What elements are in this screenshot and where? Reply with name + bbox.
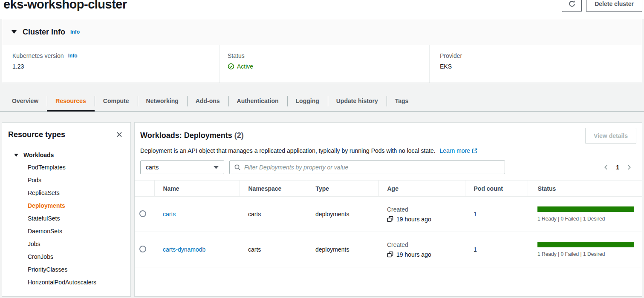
kubernetes-version-info-link[interactable]: Info [68,53,78,59]
deployments-header: Workloads: Deployments (2) View details [140,128,636,144]
provider-field: Provider EKS [430,45,642,83]
tab-compute[interactable]: Compute [95,92,138,111]
external-link-icon [472,148,478,155]
select-column-header [135,181,154,197]
sidebar-item-priorityclasses[interactable]: PriorityClasses [8,263,124,276]
sidebar-item-deployments[interactable]: Deployments [8,199,124,212]
age-value: 19 hours ago [396,251,431,258]
deployment-age: Created 19 hours ago [378,232,465,267]
sidebar-item-podtemplates[interactable]: PodTemplates [8,161,124,174]
resource-tree-items: PodTemplates Pods ReplicaSets Deployment… [8,161,124,289]
tab-tags[interactable]: Tags [387,92,417,111]
header-actions: Delete cluster [562,0,642,12]
close-panel-button[interactable] [114,129,124,140]
cluster-tabs: Overview Resources Compute Networking Ad… [0,92,644,112]
tab-overview[interactable]: Overview [3,92,47,111]
column-header-pod-count[interactable]: Pod count [465,181,528,197]
tab-resources[interactable]: Resources [47,92,95,111]
filter-type-dropdown[interactable]: carts [140,160,224,174]
resource-types-panel: Resource types Workloads PodTemplates Po… [2,122,131,297]
check-circle-icon [228,63,234,70]
column-header-age[interactable]: Age [378,181,465,197]
page-title: eks-workshop-cluster [3,0,127,11]
tab-authentication[interactable]: Authentication [228,92,287,111]
pagination: 1 [602,163,636,171]
cluster-info-body: Kubernetes version Info 1.23 Status Acti… [2,45,642,83]
kubernetes-version-value: 1.23 [12,63,219,70]
next-page-button[interactable] [625,163,633,171]
tab-update-history[interactable]: Update history [328,92,387,111]
column-header-status[interactable]: Status [528,181,642,197]
deployment-namespace: carts [240,232,307,267]
deployment-status: 1 Ready | 0 Failed | 1 Desired [528,197,642,232]
provider-label: Provider [440,52,642,59]
deployments-table: Name Namespace Type Age Pod count Status… [135,180,642,267]
kubernetes-version-label: Kubernetes version Info [12,52,219,59]
deployment-type: deployments [307,232,378,267]
cluster-info-info-link[interactable]: Info [70,29,80,35]
filter-searchbox [229,160,505,174]
status-progress-bar [537,206,634,212]
deployments-title: Workloads: Deployments (2) [140,128,244,140]
delete-cluster-button[interactable]: Delete cluster [586,0,642,12]
cluster-info-header[interactable]: Cluster info Info [2,19,642,45]
status-text: 1 Ready | 0 Failed | 1 Desired [537,251,634,257]
search-icon [234,164,241,171]
sidebar-item-horizontalpodautoscalers[interactable]: HorizontalPodAutoscalers [8,276,124,289]
resource-types-title: Resource types [8,130,65,139]
table-row: carts-dynamodb carts deployments Created… [135,232,642,267]
sidebar-item-jobs[interactable]: Jobs [8,238,124,250]
column-header-name[interactable]: Name [154,181,240,197]
filter-search-input[interactable] [244,164,500,171]
age-created-label: Created [387,241,465,248]
page-header: eks-workshop-cluster Delete cluster [0,0,644,19]
column-header-type[interactable]: Type [307,181,378,197]
current-page-number[interactable]: 1 [616,164,619,171]
age-created-label: Created [387,206,465,213]
age-value: 19 hours ago [396,216,431,223]
collapse-triangle-icon[interactable] [12,30,17,34]
row-select-radio[interactable] [139,246,146,252]
deployment-name-link[interactable]: carts [163,211,176,218]
learn-more-link[interactable]: Learn more [440,147,478,154]
filter-type-dropdown-value: carts [146,164,159,171]
table-row: carts carts deployments Created 19 hours… [135,197,642,232]
close-icon [116,131,123,138]
kubernetes-version-field: Kubernetes version Info 1.23 [2,45,220,83]
deployment-status: 1 Ready | 0 Failed | 1 Desired [528,232,642,267]
status-progress-bar [537,242,634,247]
deployment-age: Created 19 hours ago [378,197,465,232]
deployment-name-link[interactable]: carts-dynamodb [163,246,205,253]
chevron-right-icon [626,164,632,170]
view-details-button[interactable]: View details [585,128,636,144]
chevron-left-icon [603,164,609,170]
sidebar-item-pods[interactable]: Pods [8,174,124,186]
previous-page-button[interactable] [602,163,610,171]
workloads-collapse-icon[interactable] [14,154,18,157]
deployment-pod-count: 1 [465,232,528,267]
eks-cluster-page: eks-workshop-cluster Delete cluster Clus… [0,0,644,298]
deployment-type: deployments [307,197,378,232]
table-header-row: Name Namespace Type Age Pod count Status [135,181,642,197]
resource-tree: Workloads PodTemplates Pods ReplicaSets … [8,152,124,289]
sidebar-item-statefulsets[interactable]: StatefulSets [8,212,124,225]
deployment-namespace: carts [240,197,307,232]
row-select-radio[interactable] [139,210,146,217]
sidebar-item-daemonsets[interactable]: DaemonSets [8,225,124,238]
tab-logging[interactable]: Logging [287,92,328,111]
filter-row: carts 1 [140,160,636,174]
refresh-button[interactable] [562,0,582,12]
deployments-panel: Workloads: Deployments (2) View details … [134,122,642,297]
deployments-count: (2) [234,131,244,140]
copy-icon[interactable] [387,251,393,258]
sidebar-item-cronjobs[interactable]: CronJobs [8,250,124,263]
tree-group-workloads[interactable]: Workloads [8,152,124,158]
tab-add-ons[interactable]: Add-ons [187,92,228,111]
tab-networking[interactable]: Networking [138,92,187,111]
sidebar-item-replicasets[interactable]: ReplicaSets [8,186,124,199]
status-label: Status [228,52,429,59]
status-text: 1 Ready | 0 Failed | 1 Desired [537,216,634,222]
copy-icon[interactable] [387,216,393,222]
cluster-info-title: Cluster info [23,28,65,37]
column-header-namespace[interactable]: Namespace [240,181,307,197]
